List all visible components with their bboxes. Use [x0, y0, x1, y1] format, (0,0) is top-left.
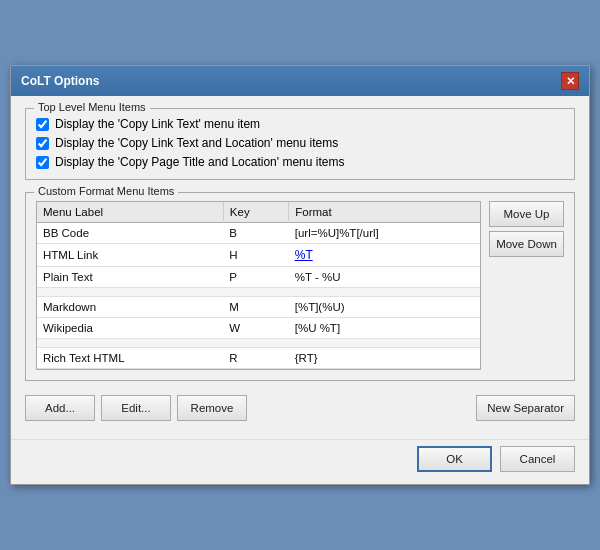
table-row[interactable]: Wikipedia W [%U %T]: [37, 318, 480, 339]
edit-button[interactable]: Edit...: [101, 395, 171, 421]
checkbox-label-1: Display the 'Copy Link Text' menu item: [55, 117, 260, 131]
move-up-button[interactable]: Move Up: [489, 201, 564, 227]
cell-key: M: [223, 297, 288, 318]
cell-format: [url=%U]%T[/url]: [289, 223, 480, 244]
menu-items-table: Menu Label Key Format BB Code B [url=%U]…: [37, 202, 480, 369]
top-level-group: Top Level Menu Items Display the 'Copy L…: [25, 108, 575, 180]
window-title: CoLT Options: [21, 74, 99, 88]
bottom-buttons-row: Add... Edit... Remove New Separator: [25, 391, 575, 427]
table-separator-row: [37, 288, 480, 297]
add-button[interactable]: Add...: [25, 395, 95, 421]
table-row[interactable]: HTML Link H %T: [37, 244, 480, 267]
custom-format-group: Custom Format Menu Items Menu Label Key …: [25, 192, 575, 381]
cell-label: Markdown: [37, 297, 223, 318]
checkbox-row-3: Display the 'Copy Page Title and Locatio…: [36, 155, 564, 169]
menu-items-table-container: Menu Label Key Format BB Code B [url=%U]…: [36, 201, 481, 370]
title-bar: CoLT Options ✕: [11, 66, 589, 96]
table-separator-row: [37, 339, 480, 348]
new-separator-button[interactable]: New Separator: [476, 395, 575, 421]
dialog-window: CoLT Options ✕ Top Level Menu Items Disp…: [10, 65, 590, 485]
col-header-format: Format: [289, 202, 480, 223]
table-body: BB Code B [url=%U]%T[/url] HTML Link H %…: [37, 223, 480, 369]
checkbox-row-2: Display the 'Copy Link Text and Location…: [36, 136, 564, 150]
custom-format-group-label: Custom Format Menu Items: [34, 185, 178, 197]
col-header-key: Key: [223, 202, 288, 223]
remove-button[interactable]: Remove: [177, 395, 247, 421]
table-row[interactable]: Plain Text P %T - %U: [37, 267, 480, 288]
cell-label: Plain Text: [37, 267, 223, 288]
cell-label: Rich Text HTML: [37, 348, 223, 369]
checkbox-label-2: Display the 'Copy Link Text and Location…: [55, 136, 338, 150]
custom-format-body: Menu Label Key Format BB Code B [url=%U]…: [36, 201, 564, 370]
cell-key: B: [223, 223, 288, 244]
cell-key: P: [223, 267, 288, 288]
col-header-label: Menu Label: [37, 202, 223, 223]
cancel-button[interactable]: Cancel: [500, 446, 575, 472]
table-header-row: Menu Label Key Format: [37, 202, 480, 223]
table-row[interactable]: BB Code B [url=%U]%T[/url]: [37, 223, 480, 244]
checkbox-row-1: Display the 'Copy Link Text' menu item: [36, 117, 564, 131]
table-row[interactable]: Markdown M [%T](%U): [37, 297, 480, 318]
table-row[interactable]: Rich Text HTML R {RT}: [37, 348, 480, 369]
ok-button[interactable]: OK: [417, 446, 492, 472]
cell-label: HTML Link: [37, 244, 223, 267]
cell-key: H: [223, 244, 288, 267]
cell-label: BB Code: [37, 223, 223, 244]
checkbox-label-3: Display the 'Copy Page Title and Locatio…: [55, 155, 344, 169]
bottom-left-buttons: Add... Edit... Remove: [25, 395, 247, 421]
move-down-button[interactable]: Move Down: [489, 231, 564, 257]
checkbox-copy-link-text[interactable]: [36, 118, 49, 131]
cell-format: %T - %U: [289, 267, 480, 288]
cell-format: {RT}: [289, 348, 480, 369]
cell-label: Wikipedia: [37, 318, 223, 339]
cell-format: [%U %T]: [289, 318, 480, 339]
cell-key: R: [223, 348, 288, 369]
cell-format: %T: [289, 244, 480, 267]
checkbox-copy-link-text-location[interactable]: [36, 137, 49, 150]
dialog-footer: OK Cancel: [11, 439, 589, 484]
close-button[interactable]: ✕: [561, 72, 579, 90]
checkbox-copy-page-title[interactable]: [36, 156, 49, 169]
top-level-group-label: Top Level Menu Items: [34, 101, 150, 113]
cell-format: [%T](%U): [289, 297, 480, 318]
side-buttons: Move Up Move Down: [489, 201, 564, 370]
dialog-body: Top Level Menu Items Display the 'Copy L…: [11, 96, 589, 439]
cell-key: W: [223, 318, 288, 339]
